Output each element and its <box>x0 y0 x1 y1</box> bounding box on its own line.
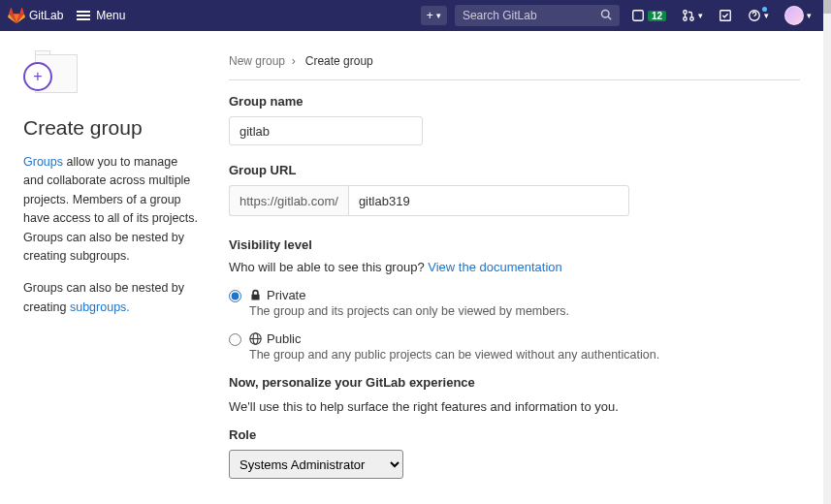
intro-para-1: Groups allow you to manage and collabora… <box>23 153 198 266</box>
svg-point-0 <box>601 10 609 17</box>
merge-request-icon <box>682 9 695 22</box>
plus-icon: + <box>427 9 433 22</box>
breadcrumb-current: Create group <box>305 54 373 68</box>
search-input[interactable] <box>463 9 600 22</box>
visibility-private-radio[interactable] <box>229 290 241 302</box>
top-header: GitLab Menu + ▾ 12 ▾ <box>0 0 823 31</box>
svg-point-4 <box>684 17 687 21</box>
gitlab-logo-icon <box>8 7 25 24</box>
chevron-down-icon: ▾ <box>764 11 769 20</box>
menu-button[interactable]: Menu <box>71 5 131 26</box>
search-icon <box>600 9 612 23</box>
left-sidebar: + Create group Groups allow you to manag… <box>23 54 198 481</box>
role-label: Role <box>229 427 800 442</box>
personalize-sub: We'll use this to help surface the right… <box>229 399 800 414</box>
todos-link[interactable] <box>715 7 736 24</box>
brand-text: GitLab <box>29 9 63 22</box>
private-desc: The group and its projects can only be v… <box>249 304 569 318</box>
plus-circle-icon: + <box>23 62 52 91</box>
visibility-label: Visibility level <box>229 237 800 252</box>
svg-point-5 <box>690 17 694 21</box>
merge-requests-link[interactable]: ▾ <box>678 7 707 24</box>
lock-icon <box>249 289 262 301</box>
svg-point-3 <box>684 11 687 15</box>
group-name-input[interactable] <box>229 116 423 145</box>
scrollbar-thumb[interactable] <box>823 0 831 14</box>
subgroups-link[interactable]: subgroups. <box>70 300 130 314</box>
group-url-prefix: https://gitlab.com/ <box>229 185 348 216</box>
main-form: New group › Create group Group name Grou… <box>229 54 800 481</box>
breadcrumb-root[interactable]: New group <box>229 54 285 68</box>
svg-rect-2 <box>633 11 644 21</box>
private-label: Private <box>267 288 305 302</box>
page-title: Create group <box>23 116 198 140</box>
help-link[interactable]: ▾ <box>744 7 773 24</box>
issues-link[interactable]: 12 <box>627 7 670 24</box>
user-menu[interactable]: ▾ <box>781 4 815 27</box>
visibility-public-radio[interactable] <box>229 333 241 346</box>
group-name-label: Group name <box>229 94 800 109</box>
avatar <box>784 6 804 25</box>
hamburger-icon <box>77 9 90 22</box>
breadcrumb: New group › Create group <box>229 54 800 68</box>
chevron-down-icon: ▾ <box>807 11 812 20</box>
content-area: + Create group Groups allow you to manag… <box>0 31 823 504</box>
chevron-down-icon: ▾ <box>698 11 703 20</box>
personalize-title: Now, personalize your GitLab experience <box>229 375 800 390</box>
search-box[interactable] <box>455 5 620 26</box>
outer-scrollbar[interactable] <box>823 0 831 504</box>
gitlab-logo[interactable]: GitLab <box>8 7 63 24</box>
group-url-label: Group URL <box>229 163 800 177</box>
group-url-input[interactable] <box>348 185 629 216</box>
issues-badge: 12 <box>648 11 666 21</box>
role-select[interactable]: Systems Administrator <box>229 450 403 479</box>
todo-icon <box>719 9 732 22</box>
svg-line-1 <box>608 16 611 19</box>
view-docs-link[interactable]: View the documentation <box>428 260 562 274</box>
menu-label: Menu <box>96 9 125 22</box>
public-label: Public <box>267 331 301 346</box>
visibility-help: Who will be able to see this group? View… <box>229 260 800 274</box>
new-group-illustration: + <box>23 54 78 99</box>
globe-icon <box>249 332 262 345</box>
visibility-public-row[interactable]: Public The group and any public projects… <box>229 331 800 362</box>
new-dropdown[interactable]: + ▾ <box>421 6 447 25</box>
visibility-private-row[interactable]: Private The group and its projects can o… <box>229 288 800 318</box>
help-icon <box>748 9 761 22</box>
intro-para-2: Groups can also be nested by creating su… <box>23 279 198 317</box>
issues-icon <box>631 9 645 22</box>
chevron-down-icon: ▾ <box>436 11 441 20</box>
divider <box>229 79 800 80</box>
groups-link[interactable]: Groups <box>23 155 63 169</box>
public-desc: The group and any public projects can be… <box>249 348 659 362</box>
notification-dot <box>762 7 767 12</box>
